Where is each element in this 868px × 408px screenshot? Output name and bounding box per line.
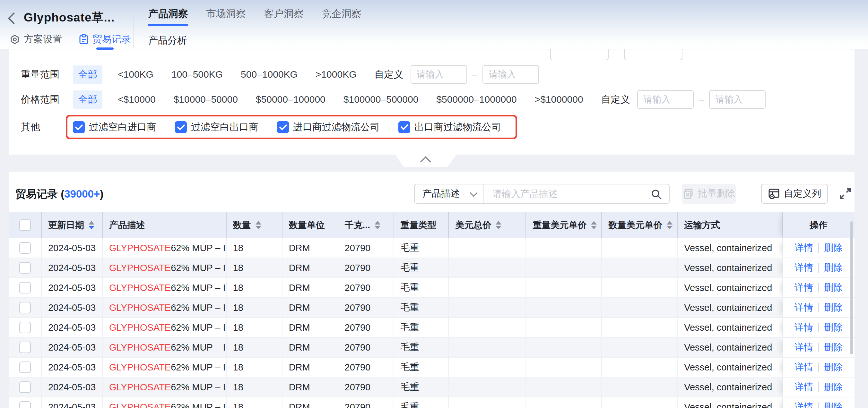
filter-option[interactable]: >$1000000 xyxy=(535,94,583,105)
checkbox-checked-icon[interactable] xyxy=(398,121,410,133)
table-row: 2024-05-03GLYPHOSATE 62% MUP – I...18DRM… xyxy=(9,298,855,318)
delete-link[interactable]: 删除 xyxy=(824,301,843,314)
checkbox-checked-icon[interactable] xyxy=(277,121,289,133)
detail-link[interactable]: 详情 xyxy=(795,301,813,314)
row-checkbox[interactable] xyxy=(19,381,31,393)
delete-link[interactable]: 删除 xyxy=(824,262,843,274)
cell-value: Vessel, containerized xyxy=(684,243,772,253)
top-tab[interactable]: 竞企洞察 xyxy=(322,5,362,25)
weight-max-input[interactable] xyxy=(483,65,539,84)
top-tab[interactable]: 客户洞察 xyxy=(264,5,304,25)
row-checkbox[interactable] xyxy=(19,262,31,274)
filter-panel: 重量范围 全部<100KG100–500KG500–1000KG>1000KG … xyxy=(9,49,855,155)
checkbox-checked-icon[interactable] xyxy=(73,121,85,133)
tab-product-analysis[interactable]: 产品分析 xyxy=(148,34,187,47)
filter-option[interactable]: 100–500KG xyxy=(172,69,223,80)
cell-qprice xyxy=(602,258,678,278)
row-checkbox[interactable] xyxy=(19,302,31,313)
top-tab[interactable]: 市场洞察 xyxy=(206,5,246,25)
column-label: 千克... xyxy=(345,219,370,231)
detail-link[interactable]: 详情 xyxy=(795,401,813,408)
detail-link[interactable]: 详情 xyxy=(795,281,813,294)
filter-option-selected[interactable]: 全部 xyxy=(73,65,102,84)
product-rest: 62% MUP – I... xyxy=(171,402,227,408)
delete-link[interactable]: 删除 xyxy=(824,241,843,254)
sort-control[interactable] xyxy=(591,221,597,229)
sort-control[interactable] xyxy=(667,221,673,229)
filter-checkbox-item[interactable]: 过滤空白出口商 xyxy=(175,121,258,134)
cell-total xyxy=(449,377,526,398)
collapse-filters-tab[interactable] xyxy=(395,155,456,167)
vertical-scrollbar[interactable] xyxy=(850,221,853,354)
delete-link[interactable]: 删除 xyxy=(824,381,843,394)
checkbox-checked-icon[interactable] xyxy=(175,121,187,133)
filter-option[interactable]: $50000–100000 xyxy=(256,94,326,105)
delete-link[interactable]: 删除 xyxy=(824,321,843,334)
cell-kg: 20790 xyxy=(338,278,394,298)
cell-value: DRM xyxy=(289,382,310,393)
sort-desc-icon xyxy=(496,226,501,229)
delete-link[interactable]: 删除 xyxy=(824,401,843,408)
filter-option-selected[interactable]: 全部 xyxy=(73,91,102,109)
cell-qprice xyxy=(602,238,678,258)
delete-link[interactable]: 删除 xyxy=(824,281,843,294)
clipped-range-input[interactable] xyxy=(550,49,609,60)
sort-control[interactable] xyxy=(89,221,94,229)
sort-control[interactable] xyxy=(496,221,501,229)
action-divider xyxy=(818,323,819,332)
plan-subnav: 方案设置 贸易记录 xyxy=(10,33,131,46)
batch-delete-icon xyxy=(682,188,694,200)
filter-option[interactable]: 500–1000KG xyxy=(241,69,298,80)
cell-qprice xyxy=(602,298,678,318)
cell-product: GLYPHOSATE 62% MUP – I... xyxy=(103,377,227,398)
filter-option[interactable]: >1000KG xyxy=(315,69,356,80)
table-row: 2024-05-03GLYPHOSATE 62% MUP – I...18DRM… xyxy=(9,238,855,258)
cell-select xyxy=(9,377,42,398)
select-all-checkbox[interactable] xyxy=(19,219,31,231)
clipped-range-input[interactable] xyxy=(624,49,682,60)
filter-option[interactable]: $500000–1000000 xyxy=(436,94,517,105)
delete-link[interactable]: 删除 xyxy=(824,361,843,374)
detail-link[interactable]: 详情 xyxy=(795,321,813,334)
row-checkbox[interactable] xyxy=(19,362,31,373)
sort-control[interactable] xyxy=(255,221,261,229)
row-checkbox[interactable] xyxy=(19,322,31,333)
cell-wtype: 毛重 xyxy=(394,318,449,338)
top-tab[interactable]: 产品洞察 xyxy=(148,5,188,25)
detail-link[interactable]: 详情 xyxy=(795,241,813,254)
detail-link[interactable]: 详情 xyxy=(795,262,813,274)
row-checkbox[interactable] xyxy=(19,342,31,353)
sort-control[interactable] xyxy=(375,221,380,229)
search-field-select[interactable]: 产品描述 xyxy=(415,184,484,203)
filter-option[interactable]: $100000–500000 xyxy=(343,94,418,105)
detail-link[interactable]: 详情 xyxy=(795,341,813,354)
search-input[interactable] xyxy=(484,184,669,203)
filter-option[interactable]: <$10000 xyxy=(118,94,156,105)
subnav-item-plan-settings[interactable]: 方案设置 xyxy=(10,33,62,46)
custom-columns-button[interactable]: 自定义列 xyxy=(761,184,828,204)
cell-value: 2024-05-03 xyxy=(48,402,96,408)
batch-delete-button[interactable]: 批量删除 xyxy=(682,184,736,204)
row-checkbox[interactable] xyxy=(19,242,31,254)
filter-row-price: 价格范围 全部<$10000$10000–50000$50000–100000$… xyxy=(21,87,848,112)
weight-min-input[interactable] xyxy=(410,65,467,84)
detail-link[interactable]: 详情 xyxy=(795,361,813,374)
filter-checkbox-item[interactable]: 过滤空白进口商 xyxy=(73,121,156,134)
cell-value: Vessel, containerized xyxy=(684,342,772,353)
price-max-input[interactable] xyxy=(709,90,766,109)
detail-link[interactable]: 详情 xyxy=(795,381,813,394)
search-icon[interactable] xyxy=(650,188,662,201)
filter-checkbox-item[interactable]: 出口商过滤物流公司 xyxy=(398,121,501,134)
filter-option[interactable]: $10000–50000 xyxy=(174,94,238,105)
filter-row-other: 其他 过滤空白进口商过滤空白出口商进口商过滤物流公司出口商过滤物流公司 xyxy=(21,114,848,140)
row-checkbox[interactable] xyxy=(19,401,31,408)
filter-option[interactable]: <100KG xyxy=(118,69,153,80)
price-min-input[interactable] xyxy=(637,90,694,109)
subnav-item-trade-records[interactable]: 贸易记录 xyxy=(79,33,131,46)
clipboard-icon xyxy=(79,34,89,44)
delete-link[interactable]: 删除 xyxy=(824,341,843,354)
filter-checkbox-item[interactable]: 进口商过滤物流公司 xyxy=(277,121,380,134)
back-icon[interactable] xyxy=(8,12,20,24)
fullscreen-expand-icon[interactable] xyxy=(839,188,851,200)
row-checkbox[interactable] xyxy=(19,282,31,294)
